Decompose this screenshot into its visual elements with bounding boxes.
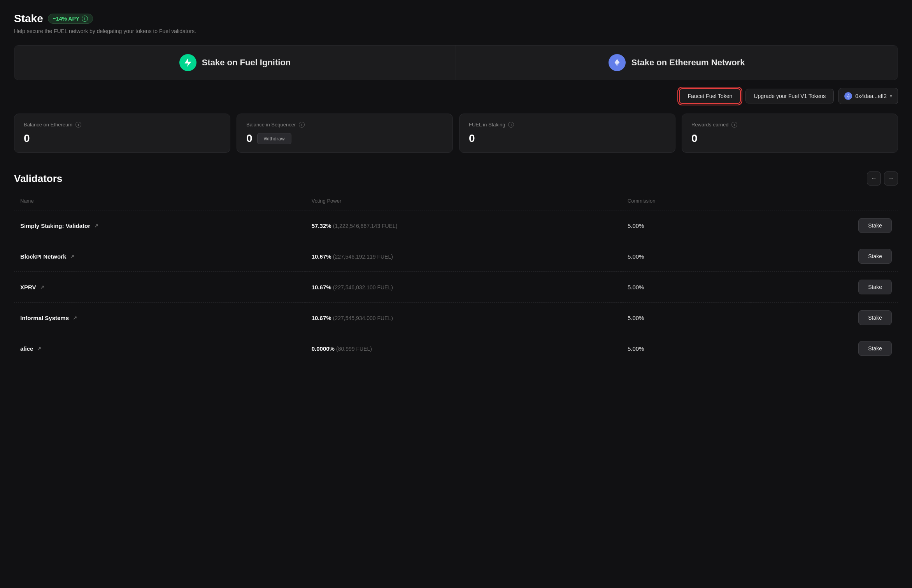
validator-stake-cell-3: Stake (751, 303, 898, 333)
wallet-eth-icon: ⟠ (844, 92, 852, 100)
stats-grid: Balance on Ethereum i 0 Balance in Seque… (14, 114, 898, 153)
validator-link-icon-0[interactable]: ↗ (94, 223, 98, 229)
apy-badge: ~14% APY i (48, 14, 93, 24)
stat-value-fuel-staking: 0 (469, 132, 666, 145)
table-row: Simply Staking: Validator ↗ 57.32% (1,22… (14, 210, 898, 241)
tab-ethereum-network[interactable]: Stake on Ethereum Network (456, 46, 898, 80)
apy-value: ~14% APY (53, 16, 79, 22)
stat-value-rewards-earned: 0 (691, 132, 888, 145)
page-header: Stake ~14% APY i (14, 12, 898, 25)
validator-voting-power-4: 0.0000% (80.999 FUEL) (305, 333, 621, 364)
validator-name-1: BlockPI Network ↗ (20, 253, 299, 260)
validator-voting-power-1: 10.67% (227,546,192.119 FUEL) (305, 241, 621, 272)
wallet-dropdown[interactable]: ⟠ 0x4daa...eff2 ▾ (838, 88, 898, 104)
validator-voting-power-2: 10.67% (227,546,032.100 FUEL) (305, 272, 621, 303)
validator-link-icon-2[interactable]: ↗ (40, 284, 44, 290)
stat-label-fuel-staking: FUEL in Staking i (469, 122, 666, 128)
actions-row: Faucet Fuel Token Upgrade your Fuel V1 T… (14, 88, 898, 104)
page-title: Stake (14, 12, 43, 25)
balance-ethereum-info-icon[interactable]: i (75, 122, 81, 128)
validator-voting-power-3: 10.67% (227,545,934.000 FUEL) (305, 303, 621, 333)
withdraw-button[interactable]: Withdraw (257, 133, 291, 144)
validator-link-icon-4[interactable]: ↗ (37, 346, 41, 352)
col-header-voting-power: Voting Power (305, 195, 621, 210)
validator-name-2: XPRV ↗ (20, 284, 299, 290)
stat-card-fuel-staking: FUEL in Staking i 0 (459, 114, 675, 153)
validator-link-icon-3[interactable]: ↗ (73, 315, 77, 321)
col-header-commission: Commission (621, 195, 751, 210)
chevron-down-icon: ▾ (890, 93, 892, 99)
stat-card-balance-ethereum: Balance on Ethereum i 0 (14, 114, 230, 153)
col-header-action (751, 195, 898, 210)
validator-commission-4: 5.00% (621, 333, 751, 364)
rewards-earned-info-icon[interactable]: i (731, 122, 737, 128)
table-row: Informal Systems ↗ 10.67% (227,545,934.0… (14, 303, 898, 333)
ethereum-tab-label: Stake on Ethereum Network (631, 58, 745, 68)
stat-card-rewards-earned: Rewards earned i 0 (682, 114, 898, 153)
stat-label-balance-sequencer: Balance in Sequencer i (246, 122, 443, 128)
stake-button-2[interactable]: Stake (858, 280, 892, 294)
fuel-staking-info-icon[interactable]: i (508, 122, 514, 128)
validator-commission-0: 5.00% (621, 210, 751, 241)
page-subtitle: Help secure the FUEL network by delegati… (14, 28, 898, 34)
stat-value-balance-ethereum: 0 (24, 132, 221, 145)
network-tabs: Stake on Fuel Ignition Stake on Ethereum… (14, 45, 898, 80)
validator-name-0: Simply Staking: Validator ↗ (20, 222, 299, 229)
validator-commission-3: 5.00% (621, 303, 751, 333)
validators-nav-buttons: ← → (867, 172, 898, 186)
tab-fuel-ignition[interactable]: Stake on Fuel Ignition (14, 46, 456, 80)
validator-name-4: alice ↗ (20, 345, 299, 352)
stat-value-balance-sequencer: 0 (246, 132, 253, 145)
validator-commission-1: 5.00% (621, 241, 751, 272)
validator-stake-cell-2: Stake (751, 272, 898, 303)
stake-button-3[interactable]: Stake (858, 310, 892, 325)
validator-stake-cell-0: Stake (751, 210, 898, 241)
ethereum-icon (609, 54, 626, 71)
validators-table: Name Voting Power Commission Simply Stak… (14, 195, 898, 364)
validator-commission-2: 5.00% (621, 272, 751, 303)
validators-title: Validators (14, 173, 62, 185)
validators-prev-button[interactable]: ← (867, 172, 881, 186)
validators-header: Validators ← → (14, 172, 898, 186)
fuel-ignition-icon (179, 54, 196, 71)
table-row: XPRV ↗ 10.67% (227,546,032.100 FUEL) 5.0… (14, 272, 898, 303)
stat-label-balance-ethereum: Balance on Ethereum i (24, 122, 221, 128)
fuel-tab-label: Stake on Fuel Ignition (202, 58, 291, 68)
stake-button-1[interactable]: Stake (858, 249, 892, 264)
validator-link-icon-1[interactable]: ↗ (70, 254, 74, 259)
validator-stake-cell-4: Stake (751, 333, 898, 364)
wallet-address: 0x4daa...eff2 (855, 93, 887, 99)
upgrade-v1-tokens-button[interactable]: Upgrade your Fuel V1 Tokens (745, 89, 834, 103)
stat-card-balance-sequencer: Balance in Sequencer i 0 Withdraw (237, 114, 453, 153)
validator-voting-power-0: 57.32% (1,222,546,667.143 FUEL) (305, 210, 621, 241)
stake-button-4[interactable]: Stake (858, 341, 892, 356)
validator-stake-cell-1: Stake (751, 241, 898, 272)
balance-sequencer-info-icon[interactable]: i (299, 122, 305, 128)
stake-button-0[interactable]: Stake (858, 218, 892, 233)
stat-withdraw-row: 0 Withdraw (246, 132, 443, 145)
apy-info-icon[interactable]: i (82, 16, 88, 22)
table-row: alice ↗ 0.0000% (80.999 FUEL) 5.00% Stak… (14, 333, 898, 364)
validator-name-3: Informal Systems ↗ (20, 315, 299, 321)
validators-next-button[interactable]: → (884, 172, 898, 186)
stat-label-rewards-earned: Rewards earned i (691, 122, 888, 128)
faucet-fuel-token-button[interactable]: Faucet Fuel Token (679, 88, 741, 104)
table-row: BlockPI Network ↗ 10.67% (227,546,192.11… (14, 241, 898, 272)
col-header-name: Name (14, 195, 305, 210)
